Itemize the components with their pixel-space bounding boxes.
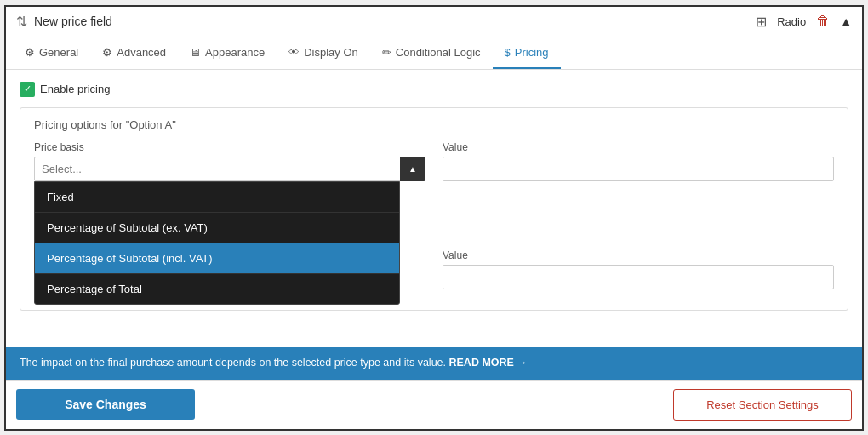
- tab-display-on-label: Display On: [304, 46, 358, 59]
- dropdown-item-fixed[interactable]: Fixed: [35, 182, 399, 213]
- price-basis-dropdown-arrow[interactable]: ▲: [400, 157, 425, 181]
- display-on-icon: 👁: [288, 46, 300, 59]
- tab-conditional-logic[interactable]: ✏ Conditional Logic: [370, 37, 493, 69]
- enable-pricing-checkbox[interactable]: ✓: [20, 82, 35, 97]
- enable-pricing-row: ✓ Enable pricing: [20, 82, 848, 97]
- collapse-icon[interactable]: ▲: [840, 14, 852, 28]
- general-icon: ⚙: [25, 46, 35, 59]
- main-window: ⇅ New price field ⊞ Radio 🗑 ▲ ⚙ General …: [4, 5, 864, 431]
- header-right: ⊞ Radio 🗑 ▲: [756, 14, 852, 30]
- value-1-input[interactable]: [443, 157, 834, 181]
- enable-pricing-label: Enable pricing: [40, 83, 110, 95]
- radio-label: Radio: [777, 15, 806, 28]
- tab-general-label: General: [39, 46, 78, 59]
- tab-advanced-label: Advanced: [117, 46, 166, 59]
- tab-pricing[interactable]: $ Pricing: [493, 37, 561, 69]
- tab-general[interactable]: ⚙ General: [13, 37, 90, 69]
- content-area: ✓ Enable pricing Pricing options for "Op…: [6, 70, 862, 380]
- window-header: ⇅ New price field ⊞ Radio 🗑 ▲: [6, 7, 862, 37]
- sort-icon: ⇅: [16, 14, 27, 30]
- dropdown-item-pct-total[interactable]: Percentage of Total: [35, 274, 399, 304]
- value-1-group: Value: [443, 141, 834, 181]
- footer: Save Changes Reset Section Settings: [6, 380, 862, 429]
- tab-bar: ⚙ General ⚙ Advanced 🖥 Appearance 👁 Disp…: [6, 37, 862, 70]
- info-bar-text: The impact on the final purchase amount …: [20, 357, 446, 369]
- tab-conditional-logic-label: Conditional Logic: [396, 46, 481, 59]
- tab-display-on[interactable]: 👁 Display On: [277, 37, 370, 69]
- value-2-input[interactable]: [443, 265, 834, 289]
- tab-appearance-label: Appearance: [205, 46, 265, 59]
- tab-appearance[interactable]: 🖥 Appearance: [178, 37, 277, 69]
- dropdown-item-pct-subtotal-ex[interactable]: Percentage of Subtotal (ex. VAT): [35, 213, 399, 243]
- reset-section-button[interactable]: Reset Section Settings: [673, 389, 852, 421]
- value-2-group: Value: [443, 249, 834, 289]
- trash-icon[interactable]: 🗑: [816, 14, 830, 29]
- pricing-icon: $: [505, 46, 511, 59]
- advanced-icon: ⚙: [102, 46, 112, 59]
- value-2-label: Value: [443, 249, 834, 261]
- list-icon: ⊞: [756, 14, 767, 30]
- fields-row-1: Price basis ▲ Fixed Percentage of Subtot…: [34, 141, 834, 181]
- conditional-logic-icon: ✏: [382, 46, 391, 59]
- pricing-section: Pricing options for "Option A" Price bas…: [20, 107, 848, 311]
- price-basis-dropdown: Fixed Percentage of Subtotal (ex. VAT) P…: [34, 181, 400, 305]
- price-basis-label: Price basis: [34, 141, 425, 153]
- appearance-icon: 🖥: [190, 46, 201, 59]
- header-left: ⇅ New price field: [16, 14, 112, 30]
- price-basis-group: Price basis ▲ Fixed Percentage of Subtot…: [34, 141, 425, 181]
- pricing-section-title: Pricing options for "Option A": [34, 118, 834, 131]
- info-bar: The impact on the final purchase amount …: [6, 347, 862, 380]
- dropdown-item-pct-subtotal-incl[interactable]: Percentage of Subtotal (incl. VAT): [35, 243, 399, 274]
- tab-pricing-label: Pricing: [515, 46, 549, 59]
- tab-advanced[interactable]: ⚙ Advanced: [90, 37, 178, 69]
- price-basis-select-wrapper: ▲: [34, 157, 425, 181]
- window-title: New price field: [34, 14, 112, 28]
- price-basis-input[interactable]: [34, 157, 425, 181]
- save-changes-button[interactable]: Save Changes: [16, 389, 195, 420]
- value-1-label: Value: [443, 141, 834, 153]
- read-more-link[interactable]: READ MORE →: [449, 357, 528, 369]
